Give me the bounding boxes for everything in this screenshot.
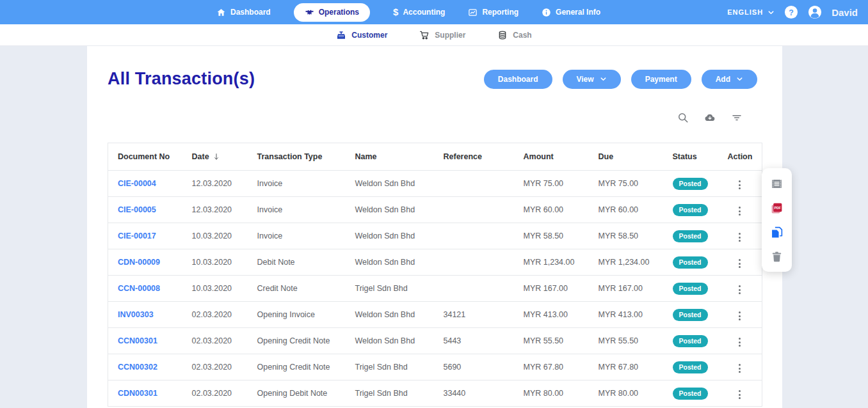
transaction-type-cell: Invoice [248,197,346,223]
svg-text:?: ? [789,8,794,17]
add-button[interactable]: Add [702,70,757,89]
document-no-link[interactable]: CIE-00004 [118,179,156,188]
row-actions-kebab-icon[interactable] [735,309,744,323]
date-cell: 10.03.2020 [182,276,248,302]
cloud-download-icon[interactable] [704,112,716,123]
copy-menu-item[interactable] [770,226,784,239]
delete-menu-item[interactable] [770,250,784,263]
document-no-link[interactable]: CIE-00017 [118,231,156,240]
action-cell [718,381,762,407]
reference-cell [434,171,514,197]
nav-item-operations[interactable]: Operations [294,3,370,22]
transaction-type-cell: Credit Note [248,276,346,302]
status-cell: Posted [663,171,718,197]
action-cell [718,354,762,381]
column-header-date[interactable]: Date [182,143,248,171]
chevron-down-icon [768,9,775,16]
content-card: All Transaction(s) DashboardViewPaymentA… [87,46,782,408]
column-header-action[interactable]: Action [718,143,762,171]
column-header-document-no[interactable]: Document No [108,143,182,171]
document-no-link[interactable]: INV00303 [118,310,154,319]
column-header-reference[interactable]: Reference [434,143,514,171]
column-header-transaction-type[interactable]: Transaction Type [248,143,346,171]
date-cell: 02.03.2020 [182,354,248,381]
document-no-link[interactable]: CCN00302 [118,363,157,372]
status-cell: Posted [663,197,718,223]
document-no-cell: CDN00301 [108,381,182,407]
nav-item-general-info[interactable]: General Info [542,8,600,17]
column-header-status[interactable]: Status [663,143,718,171]
row-actions-kebab-icon[interactable] [735,230,744,244]
subnav-item-customer[interactable]: Customer [336,30,387,40]
cash-register-icon [336,30,346,40]
home-icon [216,8,226,17]
document-no-link[interactable]: CCN00301 [118,336,157,345]
subnav-item-supplier[interactable]: Supplier [419,30,465,40]
column-label: Name [355,152,377,161]
subnav-item-label: Supplier [435,31,465,40]
help-icon[interactable]: ? [784,5,798,19]
subnav-item-cash[interactable]: Cash [497,30,531,40]
nav-item-dashboard[interactable]: Dashboard [216,8,271,17]
table-row: CCN-0000810.03.2020Credit NoteTrigel Sdn… [108,276,762,302]
language-selector[interactable]: ENGLISH [727,8,775,16]
column-label: Status [673,152,697,161]
amount-cell: MYR 55.50 [514,328,589,354]
reference-cell [434,249,514,276]
column-header-due[interactable]: Due [589,143,663,171]
date-cell: 02.03.2020 [182,328,248,354]
amount-cell: MYR 60.00 [514,197,589,223]
nav-item-accounting[interactable]: $Accounting [393,7,445,17]
document-no-link[interactable]: CCN-00008 [118,284,160,293]
view-button[interactable]: View [563,70,621,89]
nav-item-label: Accounting [403,8,445,17]
document-no-link[interactable]: CIE-00005 [118,205,156,214]
user-avatar-icon[interactable] [808,5,822,19]
pdf-menu-item[interactable]: PDF [770,201,784,215]
document-no-link[interactable]: CDN-00009 [118,258,160,267]
date-cell: 02.03.2020 [182,381,248,407]
column-header-amount[interactable]: Amount [514,143,589,171]
document-no-cell: CCN00302 [108,354,182,381]
row-actions-kebab-icon[interactable] [735,204,744,218]
date-cell: 12.03.2020 [182,171,248,197]
amount-cell: MYR 80.00 [514,381,589,407]
name-cell: Weldon Sdn Bhd [346,223,434,249]
chart-icon [468,8,478,17]
row-context-menu: PDF [762,168,792,272]
chevron-down-icon [600,75,607,82]
transaction-type-cell: Invoice [248,223,346,249]
reference-cell: 5443 [434,328,514,354]
row-actions-kebab-icon[interactable] [735,388,744,402]
amount-cell: MYR 75.00 [514,171,589,197]
dashboard-button[interactable]: Dashboard [484,70,552,89]
nav-item-reporting[interactable]: Reporting [468,8,518,17]
row-actions-kebab-icon[interactable] [735,361,744,375]
row-actions-kebab-icon[interactable] [735,283,744,297]
due-cell: MYR 75.00 [589,171,663,197]
document-no-link[interactable]: CDN00301 [118,389,157,398]
row-actions-kebab-icon[interactable] [735,178,744,192]
status-badge: Posted [673,361,708,373]
due-cell: MYR 55.50 [589,328,663,354]
search-icon[interactable] [677,112,689,123]
dollar-icon: $ [393,7,398,17]
filter-icon[interactable] [731,112,743,123]
button-label: Payment [645,75,677,84]
payment-button[interactable]: Payment [631,70,691,89]
action-cell [718,249,762,276]
coins-icon [497,30,508,40]
transaction-type-cell: Opening Credit Note [248,354,346,381]
row-actions-kebab-icon[interactable] [735,256,744,271]
journal-menu-item[interactable] [770,177,784,191]
reference-cell [434,223,514,249]
date-cell: 12.03.2020 [182,197,248,223]
status-badge: Posted [673,335,708,347]
nav-item-label: Operations [319,8,359,17]
column-label: Action [728,152,753,161]
column-label: Due [599,152,614,161]
column-header-name[interactable]: Name [346,143,434,171]
document-no-cell: CCN-00008 [108,276,182,302]
row-actions-kebab-icon[interactable] [735,335,744,349]
name-cell: Weldon Sdn Bhd [346,171,434,197]
